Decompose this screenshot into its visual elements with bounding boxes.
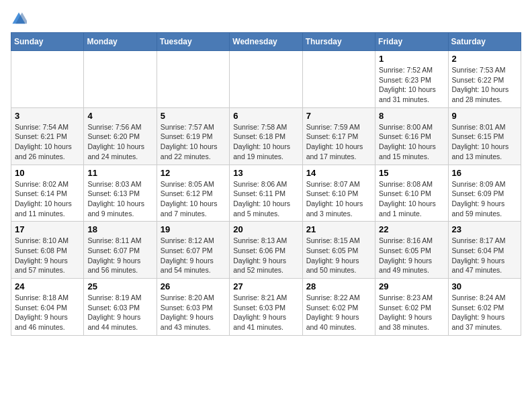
day-number: 9	[452, 111, 517, 121]
day-info: Sunrise: 8:23 AMSunset: 6:02 PMDaylight:…	[379, 293, 444, 332]
calendar-week-row: 10Sunrise: 8:02 AMSunset: 6:14 PMDayligh…	[11, 165, 521, 222]
day-number: 29	[379, 281, 444, 291]
day-number: 13	[233, 168, 298, 178]
day-number: 19	[161, 224, 226, 234]
calendar-day-7: 7Sunrise: 7:59 AMSunset: 6:17 PMDaylight…	[302, 107, 375, 165]
day-number: 3	[15, 111, 80, 121]
calendar-day-18: 18Sunrise: 8:11 AMSunset: 6:07 PMDayligh…	[84, 222, 157, 279]
weekday-header-wednesday: Wednesday	[230, 33, 302, 51]
day-number: 25	[87, 281, 152, 291]
calendar-day-25: 25Sunrise: 8:19 AMSunset: 6:03 PMDayligh…	[84, 279, 157, 336]
day-number: 18	[87, 224, 152, 234]
weekday-header-sunday: Sunday	[11, 33, 84, 51]
calendar-day-15: 15Sunrise: 8:08 AMSunset: 6:10 PMDayligh…	[375, 165, 448, 222]
day-number: 1	[379, 54, 444, 64]
calendar-day-19: 19Sunrise: 8:12 AMSunset: 6:07 PMDayligh…	[157, 222, 229, 279]
day-number: 21	[306, 224, 371, 234]
day-number: 14	[306, 168, 371, 178]
calendar-day-3: 3Sunrise: 7:54 AMSunset: 6:21 PMDaylight…	[11, 107, 84, 165]
calendar-day-23: 23Sunrise: 8:17 AMSunset: 6:04 PMDayligh…	[448, 222, 521, 279]
day-info: Sunrise: 8:06 AMSunset: 6:11 PMDaylight:…	[233, 179, 298, 219]
day-number: 8	[379, 111, 444, 121]
day-info: Sunrise: 8:22 AMSunset: 6:02 PMDaylight:…	[306, 293, 371, 332]
day-info: Sunrise: 7:54 AMSunset: 6:21 PMDaylight:…	[15, 122, 80, 162]
calendar-empty-cell	[84, 51, 157, 108]
calendar-day-1: 1Sunrise: 7:52 AMSunset: 6:23 PMDaylight…	[375, 51, 448, 108]
calendar-day-12: 12Sunrise: 8:05 AMSunset: 6:12 PMDayligh…	[157, 165, 229, 222]
calendar-table: SundayMondayTuesdayWednesdayThursdayFrid…	[11, 32, 521, 336]
day-number: 2	[452, 54, 517, 64]
calendar-day-29: 29Sunrise: 8:23 AMSunset: 6:02 PMDayligh…	[375, 279, 448, 336]
day-number: 20	[233, 224, 298, 234]
day-number: 24	[15, 281, 80, 291]
page-header	[11, 11, 521, 27]
calendar-week-row: 17Sunrise: 8:10 AMSunset: 6:08 PMDayligh…	[11, 222, 521, 279]
calendar-day-10: 10Sunrise: 8:02 AMSunset: 6:14 PMDayligh…	[11, 165, 84, 222]
day-number: 12	[161, 168, 226, 178]
day-info: Sunrise: 8:09 AMSunset: 6:09 PMDaylight:…	[452, 179, 517, 219]
day-number: 28	[306, 281, 371, 291]
day-number: 4	[87, 111, 152, 121]
day-info: Sunrise: 8:12 AMSunset: 6:07 PMDaylight:…	[161, 236, 226, 275]
calendar-empty-cell	[302, 51, 375, 108]
weekday-header-thursday: Thursday	[302, 33, 375, 51]
day-number: 22	[379, 224, 444, 234]
day-info: Sunrise: 8:13 AMSunset: 6:06 PMDaylight:…	[233, 236, 298, 275]
calendar-day-24: 24Sunrise: 8:18 AMSunset: 6:04 PMDayligh…	[11, 279, 84, 336]
calendar-day-5: 5Sunrise: 7:57 AMSunset: 6:19 PMDaylight…	[157, 107, 229, 165]
calendar-day-11: 11Sunrise: 8:03 AMSunset: 6:13 PMDayligh…	[84, 165, 157, 222]
day-number: 5	[161, 111, 226, 121]
day-info: Sunrise: 8:24 AMSunset: 6:02 PMDaylight:…	[452, 293, 517, 332]
calendar-day-13: 13Sunrise: 8:06 AMSunset: 6:11 PMDayligh…	[230, 165, 302, 222]
day-info: Sunrise: 7:57 AMSunset: 6:19 PMDaylight:…	[161, 122, 226, 162]
day-info: Sunrise: 8:21 AMSunset: 6:03 PMDaylight:…	[233, 293, 298, 332]
calendar-day-9: 9Sunrise: 8:01 AMSunset: 6:15 PMDaylight…	[448, 107, 521, 165]
weekday-header-tuesday: Tuesday	[157, 33, 229, 51]
weekday-header-saturday: Saturday	[448, 33, 521, 51]
calendar-day-21: 21Sunrise: 8:15 AMSunset: 6:05 PMDayligh…	[302, 222, 375, 279]
day-info: Sunrise: 8:07 AMSunset: 6:10 PMDaylight:…	[306, 179, 371, 219]
day-info: Sunrise: 7:56 AMSunset: 6:20 PMDaylight:…	[87, 122, 152, 162]
calendar-day-20: 20Sunrise: 8:13 AMSunset: 6:06 PMDayligh…	[230, 222, 302, 279]
day-number: 16	[452, 168, 517, 178]
weekday-header-friday: Friday	[375, 33, 448, 51]
day-number: 23	[452, 224, 517, 234]
day-number: 6	[233, 111, 298, 121]
day-number: 17	[15, 224, 80, 234]
day-info: Sunrise: 8:08 AMSunset: 6:10 PMDaylight:…	[379, 179, 444, 219]
day-info: Sunrise: 8:05 AMSunset: 6:12 PMDaylight:…	[161, 179, 226, 219]
logo	[11, 11, 30, 27]
calendar-header-row: SundayMondayTuesdayWednesdayThursdayFrid…	[11, 33, 521, 51]
calendar-day-30: 30Sunrise: 8:24 AMSunset: 6:02 PMDayligh…	[448, 279, 521, 336]
day-info: Sunrise: 8:03 AMSunset: 6:13 PMDaylight:…	[87, 179, 152, 219]
day-info: Sunrise: 7:53 AMSunset: 6:22 PMDaylight:…	[452, 65, 517, 105]
calendar-empty-cell	[11, 51, 84, 108]
calendar-empty-cell	[157, 51, 229, 108]
day-info: Sunrise: 8:16 AMSunset: 6:05 PMDaylight:…	[379, 236, 444, 275]
day-info: Sunrise: 8:00 AMSunset: 6:16 PMDaylight:…	[379, 122, 444, 162]
weekday-header-monday: Monday	[84, 33, 157, 51]
day-info: Sunrise: 7:58 AMSunset: 6:18 PMDaylight:…	[233, 122, 298, 162]
day-number: 11	[87, 168, 152, 178]
day-info: Sunrise: 7:52 AMSunset: 6:23 PMDaylight:…	[379, 65, 444, 105]
day-number: 15	[379, 168, 444, 178]
calendar-day-17: 17Sunrise: 8:10 AMSunset: 6:08 PMDayligh…	[11, 222, 84, 279]
day-info: Sunrise: 8:10 AMSunset: 6:08 PMDaylight:…	[15, 236, 80, 275]
day-info: Sunrise: 7:59 AMSunset: 6:17 PMDaylight:…	[306, 122, 371, 162]
calendar-day-14: 14Sunrise: 8:07 AMSunset: 6:10 PMDayligh…	[302, 165, 375, 222]
logo-icon	[11, 11, 27, 27]
day-info: Sunrise: 8:20 AMSunset: 6:03 PMDaylight:…	[161, 293, 226, 332]
day-info: Sunrise: 8:01 AMSunset: 6:15 PMDaylight:…	[452, 122, 517, 162]
calendar-day-22: 22Sunrise: 8:16 AMSunset: 6:05 PMDayligh…	[375, 222, 448, 279]
calendar-day-26: 26Sunrise: 8:20 AMSunset: 6:03 PMDayligh…	[157, 279, 229, 336]
day-number: 30	[452, 281, 517, 291]
day-info: Sunrise: 8:19 AMSunset: 6:03 PMDaylight:…	[87, 293, 152, 332]
day-info: Sunrise: 8:11 AMSunset: 6:07 PMDaylight:…	[87, 236, 152, 275]
calendar-week-row: 24Sunrise: 8:18 AMSunset: 6:04 PMDayligh…	[11, 279, 521, 336]
day-number: 26	[161, 281, 226, 291]
calendar-week-row: 1Sunrise: 7:52 AMSunset: 6:23 PMDaylight…	[11, 51, 521, 108]
calendar-day-2: 2Sunrise: 7:53 AMSunset: 6:22 PMDaylight…	[448, 51, 521, 108]
day-number: 27	[233, 281, 298, 291]
calendar-day-6: 6Sunrise: 7:58 AMSunset: 6:18 PMDaylight…	[230, 107, 302, 165]
calendar-day-27: 27Sunrise: 8:21 AMSunset: 6:03 PMDayligh…	[230, 279, 302, 336]
